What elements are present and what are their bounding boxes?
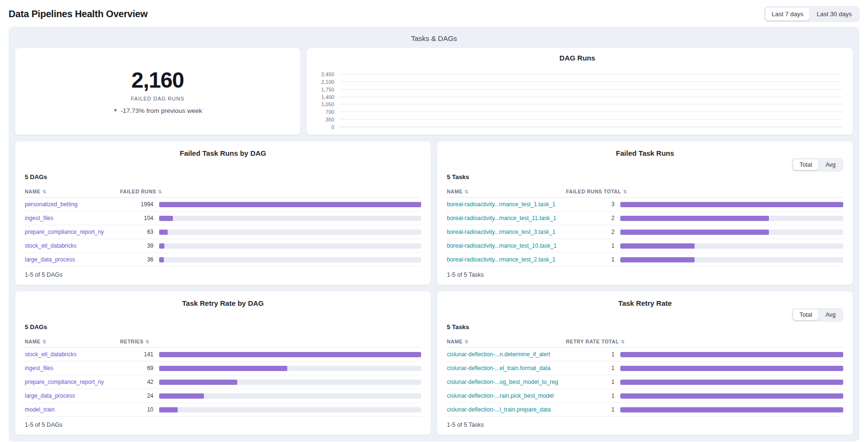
card-footer-label: 1-5 of 5 DAGs bbox=[25, 267, 421, 282]
delta-down-icon: ▼ bbox=[113, 108, 118, 113]
value-header[interactable]: FAILED RUNS⇅ bbox=[120, 189, 159, 194]
row-name-link[interactable]: large_data_process bbox=[25, 256, 120, 263]
dag-runs-plot bbox=[339, 67, 842, 127]
row-value: 1 bbox=[566, 365, 620, 372]
y-tick-label: 700 bbox=[325, 109, 334, 115]
sort-icon[interactable]: ⇅ bbox=[42, 189, 47, 194]
value-header[interactable]: RETRIES⇅ bbox=[120, 339, 159, 344]
row-bar-track bbox=[159, 366, 421, 371]
table-body: stock_etl_databricks141ingest_files69pre… bbox=[25, 348, 421, 417]
row-bar-fill bbox=[159, 407, 178, 412]
table-header: NAME⇅ FAILED RUNS TOTAL⇅ bbox=[447, 185, 843, 198]
range-option-last-30-days[interactable]: Last 30 days bbox=[810, 8, 858, 20]
cards-grid: Failed Task Runs by DAG 5 DAGs NAME⇅ FAI… bbox=[15, 141, 853, 435]
failed-task-runs-by-dag-card: Failed Task Runs by DAG 5 DAGs NAME⇅ FAI… bbox=[15, 141, 431, 285]
row-bar-fill bbox=[620, 352, 843, 357]
value-header[interactable]: FAILED RUNS TOTAL⇅ bbox=[566, 189, 620, 194]
sort-icon[interactable]: ⇅ bbox=[42, 339, 47, 344]
table-row: boreal-radioactivity...rmance_test_2.tas… bbox=[447, 253, 843, 267]
row-name-link[interactable]: cislunar-deflection-...n.determine_if_al… bbox=[447, 351, 566, 358]
count-label: 5 DAGs bbox=[25, 173, 421, 181]
row-value: 1 bbox=[566, 256, 620, 263]
toggle-option-avg[interactable]: Avg bbox=[819, 310, 842, 320]
sort-icon[interactable]: ⇅ bbox=[158, 189, 162, 194]
row-bar-fill bbox=[159, 366, 287, 371]
row-bar-fill bbox=[620, 393, 843, 399]
card-footer-label: 1-5 of 5 Tasks bbox=[447, 267, 843, 282]
name-header[interactable]: NAME⇅ bbox=[25, 189, 120, 194]
total-avg-toggle: TotalAvg bbox=[792, 158, 843, 171]
row-bar-fill bbox=[159, 257, 164, 262]
row-name-link[interactable]: boreal-radioactivity...rmance_test_3.tas… bbox=[447, 229, 566, 235]
row-bar-fill bbox=[159, 202, 421, 207]
row-bar-track bbox=[620, 393, 843, 399]
row-bar-fill bbox=[159, 243, 164, 249]
row-bar-fill bbox=[159, 230, 168, 235]
value-header-label: RETRY RATE TOTAL bbox=[566, 339, 619, 344]
stat-value: 2,160 bbox=[131, 69, 184, 91]
name-header-label: NAME bbox=[25, 189, 40, 194]
row-bar-fill bbox=[159, 216, 173, 221]
table-row: cislunar-deflection-...n.determine_if_al… bbox=[447, 348, 843, 362]
count-label: 5 Tasks bbox=[447, 323, 843, 331]
row-name-link[interactable]: model_train bbox=[25, 406, 120, 413]
sort-icon[interactable]: ⇅ bbox=[464, 339, 469, 344]
table-row: ingest_files69 bbox=[25, 362, 421, 375]
row-name-link[interactable]: stock_etl_databricks bbox=[25, 351, 120, 358]
row-name-link[interactable]: ingest_files bbox=[25, 215, 120, 221]
y-tick-label: 350 bbox=[325, 117, 334, 122]
table-body: cislunar-deflection-...n.determine_if_al… bbox=[447, 348, 843, 417]
row-name-link[interactable]: large_data_process bbox=[25, 392, 120, 399]
chart-title: DAG Runs bbox=[313, 54, 842, 62]
row-name-link[interactable]: prepare_compliance_report_ny bbox=[25, 379, 120, 385]
value-header-label: FAILED RUNS TOTAL bbox=[566, 189, 621, 194]
row-bar-fill bbox=[159, 352, 421, 357]
row-name-link[interactable]: ingest_files bbox=[25, 365, 120, 372]
row-name-link[interactable]: cislunar-deflection-...l_train.prepare_d… bbox=[447, 406, 566, 413]
sort-icon[interactable]: ⇅ bbox=[621, 339, 625, 344]
row-bar-fill bbox=[620, 380, 843, 385]
row-bar-track bbox=[159, 230, 421, 235]
table-row: cislunar-deflection-...el_train.format_d… bbox=[447, 362, 843, 375]
table-row: large_data_process36 bbox=[25, 253, 421, 267]
table-row: personalized_betting1994 bbox=[25, 198, 421, 211]
value-header[interactable]: RETRY RATE TOTAL⇅ bbox=[566, 339, 620, 344]
table-row: prepare_compliance_report_ny63 bbox=[25, 225, 421, 239]
name-header[interactable]: NAME⇅ bbox=[447, 189, 566, 194]
toggle-row: TotalAvg bbox=[447, 307, 843, 322]
range-option-last-7-days[interactable]: Last 7 days bbox=[766, 8, 810, 20]
table-row: prepare_compliance_report_ny42 bbox=[25, 375, 421, 389]
row-name-link[interactable]: prepare_compliance_report_ny bbox=[25, 229, 120, 235]
row-value: 69 bbox=[120, 365, 159, 372]
sort-icon[interactable]: ⇅ bbox=[464, 189, 469, 194]
toggle-row bbox=[25, 157, 421, 172]
row-name-link[interactable]: cislunar-deflection-...rain.pick_best_mo… bbox=[447, 392, 566, 399]
sort-icon[interactable]: ⇅ bbox=[145, 339, 150, 344]
sort-icon[interactable]: ⇅ bbox=[623, 189, 627, 194]
total-avg-toggle: TotalAvg bbox=[792, 308, 843, 321]
toggle-row bbox=[25, 307, 421, 322]
row-name-link[interactable]: personalized_betting bbox=[25, 201, 120, 208]
row-name-link[interactable]: cislunar-deflection-...og_best_model_to_… bbox=[447, 379, 566, 385]
table-row: boreal-radioactivity...rmance_test_1.tas… bbox=[447, 198, 843, 211]
row-bar-track bbox=[620, 230, 843, 235]
toggle-option-total[interactable]: Total bbox=[793, 160, 818, 170]
row-name-link[interactable]: boreal-radioactivity...rmance_test_1.tas… bbox=[447, 201, 566, 208]
name-header[interactable]: NAME⇅ bbox=[25, 339, 120, 344]
row-bar-track bbox=[620, 407, 843, 412]
row-name-link[interactable]: boreal-radioactivity...mance_test_10.tas… bbox=[447, 242, 566, 249]
section-label: Tasks & DAGs bbox=[15, 31, 853, 48]
row-bar-track bbox=[620, 243, 843, 249]
row-bar-track bbox=[620, 366, 843, 371]
row-name-link[interactable]: stock_etl_databricks bbox=[25, 242, 120, 249]
row-name-link[interactable]: cislunar-deflection-...el_train.format_d… bbox=[447, 365, 566, 372]
y-tick-label: 2,100 bbox=[321, 79, 334, 85]
row-bar-track bbox=[620, 352, 843, 357]
toggle-option-total[interactable]: Total bbox=[793, 310, 818, 320]
toggle-option-avg[interactable]: Avg bbox=[819, 160, 842, 170]
count-label: 5 DAGs bbox=[25, 323, 421, 331]
table-row: stock_etl_databricks39 bbox=[25, 239, 421, 253]
row-name-link[interactable]: boreal-radioactivity...rmance_test_2.tas… bbox=[447, 256, 566, 263]
name-header[interactable]: NAME⇅ bbox=[447, 339, 566, 344]
row-name-link[interactable]: boreal-radioactivity...mance_test_11.tas… bbox=[447, 215, 566, 221]
